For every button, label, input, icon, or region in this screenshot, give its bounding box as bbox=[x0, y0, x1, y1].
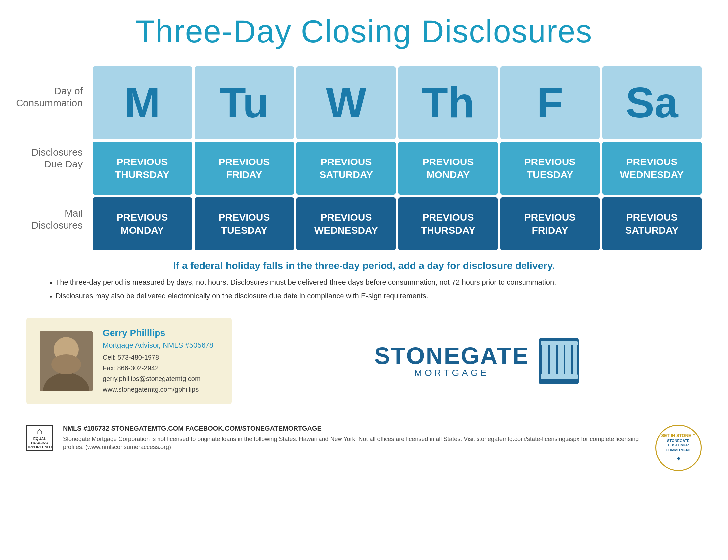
cell-w: W bbox=[297, 66, 396, 139]
due-sa-text: PREVIOUSWEDNESDAY bbox=[620, 155, 684, 181]
due-sa: PREVIOUSWEDNESDAY bbox=[602, 142, 702, 195]
grid: M Tu W Th F Sa bbox=[93, 66, 702, 250]
bullet-1-text: The three-day period is measured by days… bbox=[56, 277, 556, 288]
bullet-dot-2: • bbox=[50, 292, 52, 302]
row-labels: Day ofConsummation DisclosuresDue Day Ma… bbox=[26, 66, 93, 250]
due-w: PREVIOUSSATURDAY bbox=[297, 142, 396, 195]
mail-th: PREVIOUSTHURSDAY bbox=[398, 197, 498, 250]
bullet-dot-1: • bbox=[50, 278, 52, 288]
due-th: PREVIOUSMONDAY bbox=[398, 142, 498, 195]
due-m-text: PREVIOUSTHURSDAY bbox=[115, 155, 170, 181]
page-container: Three-Day Closing Disclosures Day ofCons… bbox=[0, 0, 728, 560]
day-tu: Tu bbox=[219, 81, 269, 124]
cell-f: F bbox=[500, 66, 600, 139]
mail-f: PREVIOUSFRIDAY bbox=[500, 197, 600, 250]
due-th-text: PREVIOUSMONDAY bbox=[422, 155, 473, 181]
day-m: M bbox=[124, 81, 160, 124]
contact-card: Gerry Philllips Mortgage Advisor, NMLS #… bbox=[26, 318, 232, 404]
svg-point-3 bbox=[51, 354, 81, 374]
svg-rect-8 bbox=[565, 345, 571, 374]
mail-disclosures-label: MailDisclosures bbox=[26, 189, 83, 250]
contact-section: Gerry Philllips Mortgage Advisor, NMLS #… bbox=[26, 318, 702, 404]
cell-tu: Tu bbox=[195, 66, 294, 139]
mail-th-text: PREVIOUSTHURSDAY bbox=[421, 211, 475, 237]
brand-name: STONEGATE bbox=[374, 344, 529, 368]
day-th: Th bbox=[422, 81, 474, 124]
mail-sa-text: PREVIOUSSATURDAY bbox=[625, 211, 679, 237]
contact-details: Cell: 573-480-1978 Fax: 866-302-2942 ger… bbox=[103, 352, 214, 395]
svg-rect-5 bbox=[542, 345, 548, 374]
mail-m-text: PREVIOUSMONDAY bbox=[117, 211, 168, 237]
due-tu-text: PREVIOUSFRIDAY bbox=[219, 155, 270, 181]
bullet-2: • Disclosures may also be delivered elec… bbox=[50, 291, 678, 302]
contact-website: www.stonegatemtg.com/gphillips bbox=[103, 384, 214, 395]
svg-rect-9 bbox=[573, 345, 577, 374]
contact-info: Gerry Philllips Mortgage Advisor, NMLS #… bbox=[103, 328, 214, 395]
brand-sub: MORTGAGE bbox=[374, 368, 529, 378]
mail-m: PREVIOUSMONDAY bbox=[93, 197, 192, 250]
due-f-text: PREVIOUSTUESDAY bbox=[524, 155, 575, 181]
due-w-text: PREVIOUSSATURDAY bbox=[319, 155, 373, 181]
stonegate-logo-icon bbox=[539, 338, 579, 384]
brand-name-block: STONEGATE MORTGAGE bbox=[374, 344, 529, 378]
stonegate-badge: SET IN STONE™ STONEGATECUSTOMERCOMMITMEN… bbox=[655, 425, 702, 471]
cell-sa: Sa bbox=[602, 66, 702, 139]
mail-sa: PREVIOUSSATURDAY bbox=[602, 197, 702, 250]
mail-tu-text: PREVIOUSTUESDAY bbox=[219, 211, 270, 237]
contact-title: Mortgage Advisor, NMLS #505678 bbox=[103, 341, 214, 350]
footer-text-block: NMLS #186732 STONEGATEMTG.COM FACEBOOK.C… bbox=[63, 425, 645, 451]
main-table: Day ofConsummation DisclosuresDue Day Ma… bbox=[26, 66, 702, 250]
cell-m: M bbox=[93, 66, 192, 139]
contact-fax: Fax: 866-302-2942 bbox=[103, 363, 214, 373]
bullet-2-text: Disclosures may also be delivered electr… bbox=[56, 291, 428, 301]
day-f: F bbox=[537, 81, 563, 124]
page-title: Three-Day Closing Disclosures bbox=[135, 13, 592, 50]
bullet-1: • The three-day period is measured by da… bbox=[50, 277, 678, 288]
mail-f-text: PREVIOUSFRIDAY bbox=[524, 211, 575, 237]
due-tu: PREVIOUSFRIDAY bbox=[195, 142, 294, 195]
mail-tu: PREVIOUSTUESDAY bbox=[195, 197, 294, 250]
nmls-line: NMLS #186732 STONEGATEMTG.COM FACEBOOK.C… bbox=[63, 425, 645, 432]
disclosures-due-label: DisclosuresDue Day bbox=[26, 127, 83, 189]
bullet-points: • The three-day period is measured by da… bbox=[50, 277, 678, 304]
columns-icon bbox=[539, 338, 579, 384]
day-w: W bbox=[326, 81, 366, 124]
consummation-label: Day ofConsummation bbox=[26, 66, 83, 127]
day-sa: Sa bbox=[625, 81, 678, 124]
contact-photo bbox=[40, 331, 93, 391]
footer: ⌂ EQUAL HOUSINGOPPORTUNITY NMLS #186732 … bbox=[26, 418, 702, 471]
mail-disclosures-row: PREVIOUSMONDAY PREVIOUSTUESDAY PREVIOUSW… bbox=[93, 197, 702, 250]
due-m: PREVIOUSTHURSDAY bbox=[93, 142, 192, 195]
svg-rect-10 bbox=[541, 374, 578, 379]
holiday-notice: If a federal holiday falls in the three-… bbox=[173, 260, 555, 271]
mail-w-text: PREVIOUSWEDNESDAY bbox=[315, 211, 378, 237]
svg-rect-7 bbox=[558, 345, 563, 374]
person-silhouette bbox=[40, 331, 93, 391]
contact-name: Gerry Philllips bbox=[103, 328, 214, 338]
contact-cell: Cell: 573-480-1978 bbox=[103, 352, 214, 363]
due-f: PREVIOUSTUESDAY bbox=[500, 142, 600, 195]
disclaimer-text: Stonegate Mortgage Corporation is not li… bbox=[63, 435, 645, 451]
cell-th: Th bbox=[398, 66, 498, 139]
equal-housing-icon: ⌂ EQUAL HOUSINGOPPORTUNITY bbox=[26, 425, 53, 451]
contact-email: gerry.phillips@stonegatemtg.com bbox=[103, 373, 214, 384]
logo-section: STONEGATE MORTGAGE bbox=[252, 338, 702, 384]
mail-w: PREVIOUSWEDNESDAY bbox=[297, 197, 396, 250]
day-letters-row: M Tu W Th F Sa bbox=[93, 66, 702, 139]
svg-rect-11 bbox=[541, 341, 578, 345]
svg-rect-6 bbox=[550, 345, 556, 374]
disclosures-due-row: PREVIOUSTHURSDAY PREVIOUSFRIDAY PREVIOUS… bbox=[93, 142, 702, 195]
